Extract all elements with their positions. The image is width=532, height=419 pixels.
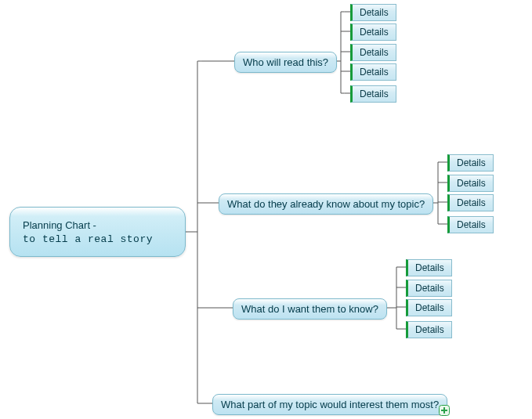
leaf-label: Details [415,283,444,294]
leaf-details[interactable]: Details [350,85,396,103]
leaf-details[interactable]: Details [406,280,452,297]
root-node[interactable]: Planning Chart - to tell a real story [9,207,186,257]
branch-label: What do they already know about my topic… [227,198,425,210]
leaf-label: Details [360,27,389,38]
leaf-label: Details [457,157,486,168]
branch-want-them-know[interactable]: What do I want them to know? [233,298,387,320]
leaf-label: Details [360,67,389,78]
leaf-details[interactable]: Details [350,4,396,21]
leaf-details[interactable]: Details [406,259,452,276]
leaf-label: Details [415,262,444,273]
leaf-details[interactable]: Details [406,299,452,316]
leaf-details[interactable]: Details [447,216,494,233]
leaf-details[interactable]: Details [447,154,494,172]
leaf-label: Details [415,324,444,335]
leaf-details[interactable]: Details [406,321,452,338]
leaf-label: Details [360,47,389,58]
leaf-label: Details [415,302,444,313]
branch-interest-most[interactable]: What part of my topic would interest the… [212,394,447,415]
leaf-label: Details [360,88,389,99]
branch-already-know[interactable]: What do they already know about my topic… [219,193,433,215]
leaf-details[interactable]: Details [447,175,494,192]
expand-icon[interactable] [439,405,450,416]
leaf-details[interactable]: Details [350,44,396,61]
branch-label: What part of my topic would interest the… [221,399,439,410]
leaf-details[interactable]: Details [350,63,396,81]
leaf-details[interactable]: Details [350,23,396,41]
branch-who-will-read[interactable]: Who will read this? [234,52,337,73]
root-subtitle: to tell a real story [23,233,172,247]
leaf-label: Details [457,197,486,208]
branch-label: Who will read this? [243,56,328,68]
branch-label: What do I want them to know? [241,303,378,315]
leaf-details[interactable]: Details [447,194,494,211]
leaf-label: Details [457,219,486,230]
leaf-label: Details [360,7,389,18]
leaf-label: Details [457,178,486,189]
root-title: Planning Chart - [23,219,172,233]
